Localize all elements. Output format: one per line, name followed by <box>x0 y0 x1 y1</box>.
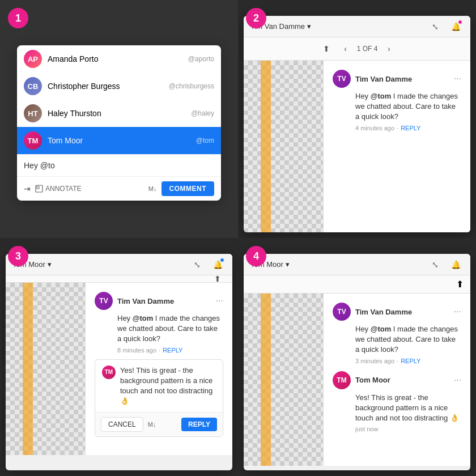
chevron-down-icon-q4 <box>286 260 290 269</box>
reply-box-q3: TM Yes! This is great - the background p… <box>95 359 223 437</box>
share-button-q2[interactable]: ⬆ <box>318 41 334 57</box>
user-name-amanda: Amanda Porto <box>48 54 179 63</box>
comment-entry-q3: TV Tim Van Damme ··· Hey @tom I made the… <box>95 292 223 437</box>
comment-header-q3: TV Tim Van Damme ··· <box>95 292 223 310</box>
comment-text-q2: Hey @tom I made the changes we chatted a… <box>355 91 461 122</box>
orange-bar-2 <box>261 61 271 232</box>
comment-meta-q3: 8 minutes ago · REPLY <box>117 347 223 354</box>
svg-rect-1 <box>37 186 39 189</box>
comment-header-q2: TV Tim Van Damme ··· <box>333 70 461 88</box>
more-options-q4[interactable]: ··· <box>454 307 461 317</box>
comment-entry-q2: TV Tim Van Damme ··· Hey @tom I made the… <box>333 70 461 131</box>
markdown-toggle-q3[interactable]: M↓ <box>148 421 156 428</box>
user-handle-amanda: @aporto <box>188 55 214 63</box>
share-button-q3[interactable]: ⬆ <box>210 271 226 287</box>
mention-item-christopher[interactable]: CB Christopher Burgess @chrisburgess <box>17 73 221 100</box>
figma-window-4: Tom Moor ⤡ 🔔 ⬆ TV Tim Van Damme ··· <box>244 254 470 470</box>
user-name-christopher: Christopher Burgess <box>48 82 160 91</box>
figma-window-3: Tom Moor ⤡ 🔔 ⬆ TV Tim Van Damme ·· <box>6 254 232 470</box>
nav-next-q2[interactable]: › <box>382 42 396 56</box>
figma-user-q3[interactable]: Tom Moor <box>12 260 185 269</box>
more-options-q2[interactable]: ··· <box>454 74 461 84</box>
comment-text-q3: Hey @tom I made the changes we chatted a… <box>117 313 223 345</box>
figma-window-2: Tim Van Damme ⤡ 🔔 ⬆ ‹ 1 OF 4 › TV <box>244 16 470 232</box>
user-name-haley: Haley Thurston <box>48 109 182 118</box>
comment-input[interactable] <box>24 161 214 170</box>
comment-meta-q4: 3 minutes ago · REPLY <box>355 358 461 364</box>
figma-nav-2: ⬆ ‹ 1 OF 4 › <box>244 37 470 61</box>
reply-link-q3[interactable]: REPLY <box>163 347 182 354</box>
reply-input-row: TM Yes! This is great - the background p… <box>95 360 223 413</box>
quadrant-2: 2 Tim Van Damme ⤡ 🔔 ⬆ ‹ 1 OF 4 › <box>238 0 476 238</box>
reply-avatar-q3: TM <box>102 366 116 379</box>
cancel-button-q3[interactable]: CANCEL <box>101 417 143 432</box>
avatar-tim-q4: TV <box>333 303 351 321</box>
notification-icon-q4[interactable]: 🔔 <box>448 257 464 273</box>
reply-text-q4: Yes! This is great - the background patt… <box>355 393 461 424</box>
mention-item-haley[interactable]: HT Haley Thurston @haley <box>17 100 221 127</box>
mention-item-tom[interactable]: TM Tom Moor @tom <box>17 127 221 154</box>
reply-author-q4: Tom Moor <box>355 376 449 384</box>
indent-icon: ⇥ <box>24 184 31 193</box>
avatar-tom: TM <box>24 131 42 150</box>
reply-actions-q3: CANCEL M↓ REPLY <box>95 412 223 436</box>
reply-button-q3[interactable]: REPLY <box>181 418 217 431</box>
figma-topbar-2: Tim Van Damme ⤡ 🔔 <box>244 16 470 37</box>
comment-button[interactable]: COMMENT <box>162 181 215 196</box>
chevron-down-icon <box>307 22 311 31</box>
badge-4: 4 <box>246 246 266 266</box>
user-name-tom: Tom Moor <box>48 136 187 145</box>
mention-item-amanda[interactable]: AP Amanda Porto @aporto <box>17 45 221 73</box>
quadrant-3: 3 Tom Moor ⤡ 🔔 ⬆ TV Tim <box>0 238 238 476</box>
more-options-q3[interactable]: ··· <box>216 296 223 306</box>
resize-icon[interactable]: ⤡ <box>427 19 443 35</box>
comment-header-q4: TV Tim Van Damme ··· <box>333 303 461 321</box>
reply-header-q4: TM Tom Moor ··· <box>333 371 461 389</box>
avatar-tim-q2: TV <box>333 70 351 88</box>
figma-topbar-4: Tom Moor ⤡ 🔔 <box>244 254 470 275</box>
orange-bar-4 <box>261 294 271 466</box>
annotate-button[interactable]: ANNOTATE <box>35 185 82 193</box>
avatar-tom-q4: TM <box>333 371 351 389</box>
commenter-name-q2: Tim Van Damme <box>355 75 449 83</box>
resize-icon-q4[interactable]: ⤡ <box>427 257 443 273</box>
avatar-christopher: CB <box>24 77 42 95</box>
comment-card-1: AP Amanda Porto @aporto CB Christopher B… <box>17 45 221 201</box>
figma-nav-3: ⬆ <box>6 275 232 283</box>
user-handle-christopher: @chrisburgess <box>169 82 214 90</box>
annotate-icon <box>35 185 43 193</box>
resize-icon-q3[interactable]: ⤡ <box>189 257 205 273</box>
mention-q2: @tom <box>371 92 392 100</box>
comment-meta-q2: 4 minutes ago · REPLY <box>355 125 461 131</box>
share-button-q4[interactable]: ⬆ <box>456 279 464 290</box>
comment-entry-q4: TV Tim Van Damme ··· Hey @tom I made the… <box>333 303 461 364</box>
nav-prev-q2[interactable]: ‹ <box>339 42 352 56</box>
comments-panel-3: TV Tim Van Damme ··· Hey @tom I made the… <box>85 283 232 455</box>
markdown-toggle[interactable]: M↓ <box>148 185 157 192</box>
avatar-haley: HT <box>24 104 42 122</box>
reply-link-q4[interactable]: REPLY <box>401 358 420 364</box>
mention-q4: @tom <box>371 325 392 333</box>
avatar-tim-q3: TV <box>95 292 113 310</box>
notification-icon[interactable]: 🔔 <box>448 19 464 35</box>
more-options-reply-q4[interactable]: ··· <box>454 375 461 385</box>
commenter-name-q4: Tim Van Damme <box>355 308 449 316</box>
user-handle-haley: @haley <box>191 109 214 117</box>
figma-content-3: TV Tim Van Damme ··· Hey @tom I made the… <box>6 283 232 455</box>
comment-toolbar: ⇥ ANNOTATE M↓ COMMENT <box>17 176 221 201</box>
reply-link-q2[interactable]: REPLY <box>401 125 420 131</box>
quadrant-4: 4 Tom Moor ⤡ 🔔 ⬆ TV Tim Van Damme ·· <box>238 238 476 476</box>
reply-input-q3[interactable]: Yes! This is great - the background patt… <box>120 366 216 407</box>
figma-content-2: TV Tim Van Damme ··· Hey @tom I made the… <box>244 61 470 232</box>
reply-entry-q4: TM Tom Moor ··· Yes! This is great - the… <box>333 371 461 433</box>
badge-3: 3 <box>8 246 28 266</box>
figma-canvas-4 <box>244 294 323 466</box>
annotate-label: ANNOTATE <box>45 185 82 193</box>
figma-canvas-3 <box>6 283 85 455</box>
notification-icon-q3[interactable]: 🔔 <box>210 257 226 273</box>
notification-dot-q3 <box>220 258 224 262</box>
figma-user-q2[interactable]: Tim Van Damme <box>250 22 423 31</box>
nav-counter-q2: 1 OF 4 <box>357 45 378 53</box>
figma-user-q4[interactable]: Tom Moor <box>250 260 423 269</box>
figma-content-4: TV Tim Van Damme ··· Hey @tom I made the… <box>244 294 470 466</box>
